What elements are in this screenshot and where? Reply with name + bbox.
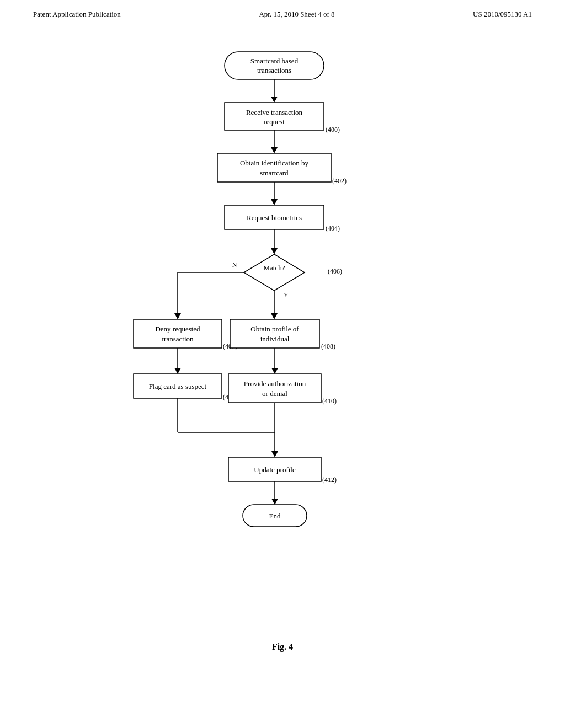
svg-rect-0 — [225, 52, 324, 79]
svg-marker-60 — [271, 499, 278, 505]
flowchart-svg: Smartcard based transactions Receive tra… — [89, 41, 476, 625]
svg-marker-54 — [271, 451, 278, 457]
svg-text:Receive transaction: Receive transaction — [246, 108, 303, 116]
diagram-area: Smartcard based transactions Receive tra… — [0, 24, 565, 652]
svg-text:smartcard: smartcard — [260, 169, 289, 177]
svg-marker-16 — [271, 199, 278, 205]
svg-marker-22 — [244, 254, 305, 291]
svg-text:Match?: Match? — [264, 264, 285, 272]
svg-text:Smartcard based: Smartcard based — [250, 57, 299, 65]
header-left: Patent Application Publication — [33, 10, 121, 19]
header-center: Apr. 15, 2010 Sheet 4 of 8 — [259, 10, 334, 19]
svg-text:individual: individual — [260, 335, 290, 343]
svg-text:(410): (410) — [322, 397, 337, 405]
svg-text:Obtain profile of: Obtain profile of — [250, 325, 299, 333]
svg-rect-36 — [230, 319, 319, 348]
svg-rect-11 — [217, 153, 331, 182]
svg-text:N: N — [232, 261, 237, 269]
svg-text:(408): (408) — [321, 342, 335, 350]
svg-marker-43 — [271, 368, 278, 374]
svg-text:transactions: transactions — [257, 66, 291, 74]
header-right: US 2010/095130 A1 — [473, 10, 532, 19]
svg-marker-41 — [174, 368, 181, 374]
svg-text:(400): (400) — [326, 126, 340, 133]
svg-text:transaction: transaction — [162, 335, 194, 343]
svg-text:request: request — [264, 117, 285, 126]
page-header: Patent Application Publication Apr. 15, … — [0, 0, 565, 24]
svg-text:Provide authorization: Provide authorization — [244, 379, 306, 388]
svg-marker-4 — [271, 97, 278, 103]
svg-text:Obtain  identification by: Obtain identification by — [240, 159, 309, 167]
svg-text:Y: Y — [284, 291, 289, 299]
svg-text:(404): (404) — [326, 224, 340, 232]
svg-text:(402): (402) — [332, 177, 347, 185]
svg-text:End: End — [269, 512, 281, 520]
svg-marker-21 — [271, 248, 278, 254]
svg-text:Flag card as suspect: Flag card as suspect — [149, 382, 207, 390]
svg-marker-29 — [174, 313, 181, 319]
figure-caption: Fig. 4 — [272, 642, 293, 652]
svg-text:or denial: or denial — [262, 389, 287, 398]
svg-text:(406): (406) — [328, 267, 342, 275]
svg-text:Request biometrics: Request biometrics — [247, 213, 302, 222]
svg-rect-32 — [134, 319, 222, 348]
svg-marker-31 — [271, 313, 278, 319]
svg-text:(412): (412) — [322, 476, 337, 484]
svg-rect-5 — [225, 103, 324, 130]
svg-text:Deny requested: Deny requested — [155, 325, 200, 333]
svg-text:Update profile: Update profile — [254, 465, 296, 474]
svg-rect-47 — [228, 374, 321, 403]
svg-marker-10 — [271, 147, 278, 153]
